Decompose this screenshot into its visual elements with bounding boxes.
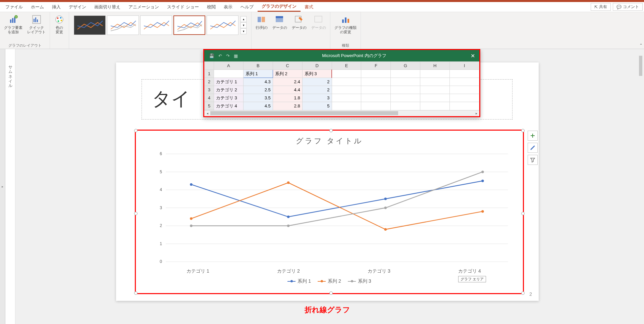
chart-data-window[interactable]: 💾 ↶ ↷ ▦ Microsoft PowerPoint 内のグラフ ✕ ABC… <box>203 49 480 117</box>
svg-point-38 <box>287 216 290 218</box>
comment-button[interactable]: 💬コメント <box>613 3 643 11</box>
svg-rect-17 <box>276 16 283 18</box>
tab-chart-design[interactable]: グラフのデザイン <box>258 2 301 12</box>
gallery-more[interactable]: ▾ <box>240 28 247 34</box>
chart-tooltip: グラフ エリア <box>458 276 486 282</box>
ribbon-group-type: グラフの種類 の変更 種類 <box>330 12 361 49</box>
svg-point-41 <box>190 217 193 220</box>
resize-handle[interactable] <box>329 291 333 295</box>
workspace: ▸ サムネイル タイ グラフ タイトル 0123456 カテゴリ 1カテゴリ 2… <box>0 49 644 324</box>
svg-rect-22 <box>347 19 349 23</box>
chart-container[interactable]: グラフ タイトル 0123456 カテゴリ 1カテゴリ 2カテゴリ 3カテゴリ … <box>135 130 524 294</box>
add-chart-element-button[interactable]: + グラフ要素 を追加 <box>3 13 24 35</box>
ribbon: + グラフ要素 を追加 クイック レイアウト グラフのレイアウト 色の 変更 <box>0 12 644 49</box>
ribbon-group-colors: 色の 変更 <box>50 12 69 49</box>
slide-area: タイ グラフ タイトル 0123456 カテゴリ 1カテゴリ 2カテゴリ 3カテ… <box>15 49 644 324</box>
chart-elements-button[interactable] <box>528 131 538 141</box>
vscroll-thumb[interactable] <box>639 56 642 76</box>
svg-rect-0 <box>10 19 11 23</box>
gallery-down[interactable]: ▾ <box>240 22 247 28</box>
style-thumb-2[interactable] <box>107 15 139 35</box>
svg-point-12 <box>61 20 62 21</box>
change-chart-type-button[interactable]: グラフの種類 の変更 <box>333 13 358 35</box>
chart-filters-button[interactable] <box>528 155 538 165</box>
svg-point-10 <box>57 17 59 19</box>
tab-format[interactable]: 書式 <box>301 3 317 11</box>
style-thumb-4[interactable] <box>173 15 205 35</box>
resize-handle[interactable] <box>521 129 525 132</box>
tab-design[interactable]: デザイン <box>65 3 90 11</box>
scroll-left[interactable]: ◂ <box>204 110 210 117</box>
data-grid[interactable]: ABCDEFGHI1系列 1系列 2系列 32カテゴリ 14.32.423カテゴ… <box>204 61 479 110</box>
tab-review[interactable]: 校閲 <box>203 3 220 11</box>
svg-point-40 <box>481 180 484 182</box>
select-data-button[interactable]: データの <box>271 13 288 31</box>
style-thumb-3[interactable] <box>140 15 172 35</box>
svg-point-11 <box>60 17 62 19</box>
data-window-header[interactable]: 💾 ↶ ↷ ▦ Microsoft PowerPoint 内のグラフ ✕ <box>204 50 479 61</box>
undo-icon[interactable]: ↶ <box>218 53 222 58</box>
gallery-up[interactable]: ▴ <box>240 16 247 22</box>
horizontal-scrollbar[interactable]: ◂ ▸ <box>204 110 479 116</box>
svg-text:5: 5 <box>160 170 162 174</box>
resize-handle[interactable] <box>134 291 138 295</box>
chart-plot[interactable]: 0123456 <box>153 151 515 265</box>
change-colors-button[interactable]: 色の 変更 <box>53 13 66 35</box>
add-element-icon: + <box>8 14 19 25</box>
comment-icon: 💬 <box>616 5 622 9</box>
annotation-label: 折れ線グラフ <box>305 305 350 315</box>
svg-rect-20 <box>342 19 344 23</box>
quick-layout-button[interactable]: クイック レイアウト <box>26 13 47 35</box>
svg-point-48 <box>481 171 484 173</box>
style-thumb-5[interactable] <box>207 15 238 35</box>
tab-animations[interactable]: アニメーション <box>124 3 163 11</box>
svg-point-37 <box>190 183 193 186</box>
svg-point-9 <box>56 16 63 23</box>
chart-float-buttons <box>528 131 538 165</box>
svg-rect-8 <box>37 19 38 22</box>
resize-handle[interactable] <box>134 212 138 215</box>
close-button[interactable]: ✕ <box>466 53 479 59</box>
svg-point-45 <box>190 225 193 227</box>
palette-icon <box>54 14 65 25</box>
resize-handle[interactable] <box>329 129 333 132</box>
select-data-icon <box>274 14 285 25</box>
edit-data-icon <box>294 14 305 25</box>
edit-data-button[interactable]: データの <box>290 13 308 31</box>
svg-rect-19 <box>315 16 322 22</box>
resize-handle[interactable] <box>521 212 525 215</box>
style-thumb-1[interactable] <box>74 15 106 35</box>
tab-home[interactable]: ホーム <box>27 3 48 11</box>
tab-transitions[interactable]: 画面切り替え <box>90 3 124 11</box>
share-button[interactable]: ⇱共有 <box>591 3 611 11</box>
save-icon[interactable]: 💾 <box>209 53 214 58</box>
quick-layout-icon <box>31 14 42 25</box>
collapse-ribbon[interactable]: ⌃ <box>639 43 643 48</box>
svg-point-43 <box>384 228 387 231</box>
resize-handle[interactable] <box>134 129 138 132</box>
thumbnail-label: サムネイル <box>7 62 13 86</box>
svg-rect-6 <box>34 19 35 22</box>
svg-rect-14 <box>258 17 261 22</box>
refresh-data-button[interactable]: データの <box>310 13 327 31</box>
tab-slideshow[interactable]: スライド ショー <box>163 3 203 11</box>
vertical-scrollbar[interactable] <box>638 49 644 324</box>
scroll-thumb[interactable] <box>210 111 398 115</box>
resize-handle[interactable] <box>521 291 525 295</box>
tab-insert[interactable]: 挿入 <box>48 3 65 11</box>
tab-view[interactable]: 表示 <box>220 3 236 11</box>
switch-row-col-button[interactable]: 行/列の <box>254 13 269 31</box>
redo-icon[interactable]: ↷ <box>226 53 230 58</box>
svg-text:1: 1 <box>160 241 162 246</box>
ribbon-group-data: 行/列の データの データの データの <box>252 12 330 49</box>
tab-help[interactable]: ヘルプ <box>236 3 258 11</box>
data-window-title: Microsoft PowerPoint 内のグラフ <box>243 53 466 59</box>
chart-title[interactable]: グラフ タイトル <box>136 131 523 149</box>
thumbnail-toggle[interactable]: ▸ <box>0 49 5 324</box>
chart-styles-button[interactable] <box>528 143 538 153</box>
grid-icon[interactable]: ▦ <box>234 53 238 58</box>
scroll-right[interactable]: ▸ <box>473 110 479 117</box>
menu-tabs: ファイル ホーム 挿入 デザイン 画面切り替え アニメーション スライド ショー… <box>0 2 644 12</box>
svg-point-47 <box>384 206 387 209</box>
tab-file[interactable]: ファイル <box>1 3 27 11</box>
